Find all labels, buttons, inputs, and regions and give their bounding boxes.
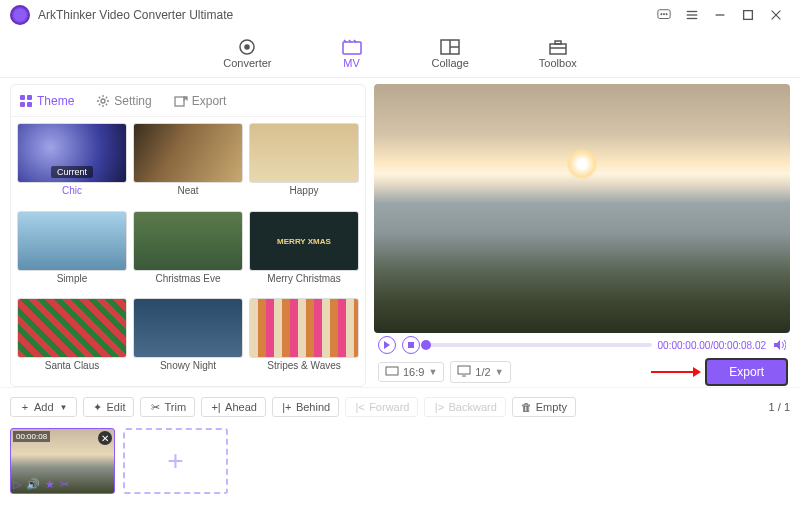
volume-icon[interactable]: 🔊: [26, 478, 40, 491]
toolbox-icon: [548, 39, 568, 55]
scale-value: 1/2: [475, 366, 490, 378]
menu-icon[interactable]: [678, 1, 706, 29]
theme-thumbnail: [133, 123, 243, 183]
empty-button[interactable]: 🗑Empty: [512, 397, 576, 417]
forward-icon: |<: [354, 401, 366, 413]
chevron-down-icon: ▼: [428, 367, 437, 377]
theme-card[interactable]: Happy: [249, 123, 359, 205]
theme-card[interactable]: Merry Christmas: [249, 211, 359, 293]
minimize-button[interactable]: [706, 1, 734, 29]
clip-delete-button[interactable]: ✕: [98, 431, 112, 445]
theme-icon: [19, 94, 33, 108]
theme-card[interactable]: Santa Claus: [17, 298, 127, 380]
play-button[interactable]: [378, 336, 396, 354]
theme-thumbnail: [249, 298, 359, 358]
player-controls: 00:00:00.00/00:00:08.02: [374, 333, 790, 357]
svg-rect-24: [27, 95, 32, 100]
btn-label: Add: [34, 401, 54, 413]
aspect-ratio-select[interactable]: 16:9 ▼: [378, 362, 444, 382]
backward-button: |>Backward: [424, 397, 505, 417]
tab-setting[interactable]: Setting: [96, 94, 151, 108]
nav-collage[interactable]: Collage: [432, 39, 469, 69]
star-icon[interactable]: ★: [45, 478, 55, 491]
tab-theme[interactable]: Theme: [19, 94, 74, 108]
stop-button[interactable]: [402, 336, 420, 354]
feedback-icon[interactable]: [650, 1, 678, 29]
theme-label: Stripes & Waves: [267, 360, 341, 371]
svg-rect-13: [343, 42, 361, 54]
svg-point-27: [101, 99, 105, 103]
edit-button[interactable]: ✦Edit: [83, 397, 135, 417]
theme-label: Simple: [57, 273, 88, 284]
scissors-icon[interactable]: ✂: [60, 478, 69, 491]
monitor-icon: [457, 365, 471, 379]
theme-grid[interactable]: CurrentChicNeatHappySimpleChristmas EveM…: [11, 117, 365, 386]
clip-strip: 00:00:08 ✕ ▷ 🔊 ★ ✂ +: [10, 420, 790, 494]
forward-button: |<Forward: [345, 397, 418, 417]
arrow-annotation: [651, 365, 701, 379]
add-button[interactable]: +Add▼: [10, 397, 77, 417]
btn-label: Trim: [164, 401, 186, 413]
behind-button[interactable]: |+Behind: [272, 397, 339, 417]
progress-slider[interactable]: [426, 343, 652, 347]
preview-panel: 00:00:00.00/00:00:08.02 16:9 ▼ 1/2 ▼ Exp…: [374, 84, 790, 387]
svg-rect-25: [20, 102, 25, 107]
add-clip-button[interactable]: +: [123, 428, 228, 494]
gear-icon: [96, 94, 110, 108]
page-indicator: 1 / 1: [769, 401, 790, 413]
scissors-icon: ✂: [149, 401, 161, 413]
nav-toolbox[interactable]: Toolbox: [539, 39, 577, 69]
svg-rect-23: [20, 95, 25, 100]
theme-card[interactable]: Simple: [17, 211, 127, 293]
theme-thumbnail: [17, 298, 127, 358]
theme-thumbnail: Current: [17, 123, 127, 183]
play-icon[interactable]: ▷: [13, 478, 21, 491]
svg-point-3: [666, 14, 667, 15]
theme-thumbnail: [133, 298, 243, 358]
btn-label: Backward: [448, 401, 496, 413]
nav-label: Toolbox: [539, 57, 577, 69]
svg-rect-21: [555, 41, 561, 44]
theme-card[interactable]: Christmas Eve: [133, 211, 243, 293]
export-button[interactable]: Export: [707, 360, 786, 384]
nav-label: Collage: [432, 57, 469, 69]
top-nav: Converter MV Collage Toolbox: [0, 30, 800, 78]
btn-label: Ahead: [225, 401, 257, 413]
theme-label: Neat: [177, 185, 198, 196]
maximize-button[interactable]: [734, 1, 762, 29]
theme-card[interactable]: Neat: [133, 123, 243, 205]
ahead-icon: +|: [210, 401, 222, 413]
nav-mv[interactable]: MV: [342, 39, 362, 69]
clip-item[interactable]: 00:00:08 ✕ ▷ 🔊 ★ ✂: [10, 428, 115, 494]
theme-card[interactable]: Snowy Night: [133, 298, 243, 380]
close-button[interactable]: [762, 1, 790, 29]
theme-card[interactable]: CurrentChic: [17, 123, 127, 205]
slider-thumb[interactable]: [421, 340, 431, 350]
ahead-button[interactable]: +|Ahead: [201, 397, 266, 417]
nav-converter[interactable]: Converter: [223, 39, 271, 69]
svg-rect-31: [458, 366, 470, 374]
btn-label: Behind: [296, 401, 330, 413]
theme-label: Snowy Night: [160, 360, 216, 371]
clip-actions: ▷ 🔊 ★ ✂: [13, 478, 69, 491]
panel-tabs: Theme Setting Export: [11, 85, 365, 117]
app-logo: [10, 5, 30, 25]
video-preview[interactable]: [374, 84, 790, 333]
svg-point-12: [245, 45, 249, 49]
trim-button[interactable]: ✂Trim: [140, 397, 195, 417]
theme-card[interactable]: Stripes & Waves: [249, 298, 359, 380]
tab-export[interactable]: Export: [174, 94, 227, 108]
theme-label: Christmas Eve: [155, 273, 220, 284]
current-badge: Current: [51, 166, 93, 178]
theme-label: Merry Christmas: [267, 273, 340, 284]
app-title: ArkThinker Video Converter Ultimate: [38, 8, 233, 22]
clip-timestamp: 00:00:08: [13, 431, 50, 442]
svg-rect-28: [175, 97, 184, 106]
theme-thumbnail: [17, 211, 127, 271]
backward-icon: |>: [433, 401, 445, 413]
ratio-value: 16:9: [403, 366, 424, 378]
volume-icon[interactable]: [772, 338, 786, 352]
theme-thumbnail: [249, 211, 359, 271]
tab-label: Theme: [37, 94, 74, 108]
scale-select[interactable]: 1/2 ▼: [450, 361, 510, 383]
